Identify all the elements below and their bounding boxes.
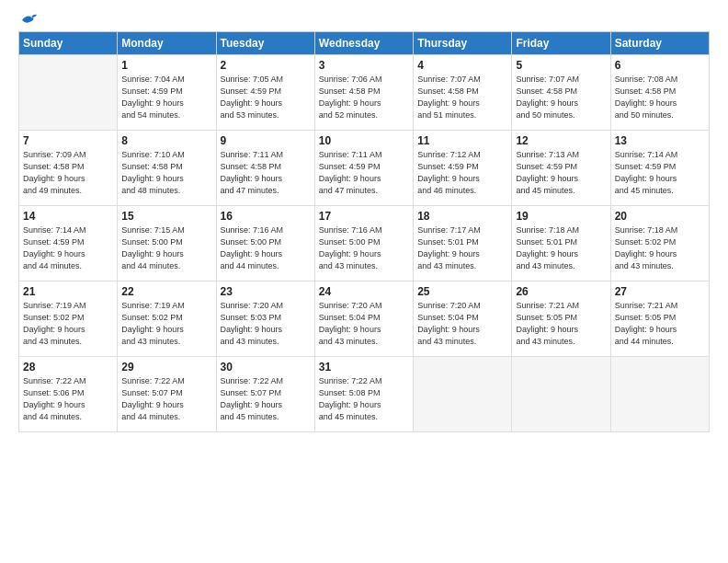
day-number: 1 <box>121 59 211 72</box>
day-number: 26 <box>516 285 606 298</box>
day-number: 25 <box>417 285 507 298</box>
day-info: Sunrise: 7:15 AM Sunset: 5:00 PM Dayligh… <box>121 224 211 272</box>
calendar-cell: 25Sunrise: 7:20 AM Sunset: 5:04 PM Dayli… <box>414 282 512 357</box>
day-info: Sunrise: 7:14 AM Sunset: 4:59 PM Dayligh… <box>23 224 113 272</box>
calendar-cell: 18Sunrise: 7:17 AM Sunset: 5:01 PM Dayli… <box>414 206 512 282</box>
day-number: 2 <box>221 59 311 72</box>
calendar-table: SundayMondayTuesdayWednesdayThursdayFrid… <box>18 31 710 432</box>
calendar-cell: 2Sunrise: 7:05 AM Sunset: 4:59 PM Daylig… <box>216 55 314 131</box>
day-number: 29 <box>121 361 211 373</box>
calendar-cell: 11Sunrise: 7:12 AM Sunset: 4:59 PM Dayli… <box>414 131 512 206</box>
day-info: Sunrise: 7:14 AM Sunset: 4:59 PM Dayligh… <box>615 149 705 197</box>
calendar-cell: 29Sunrise: 7:22 AM Sunset: 5:07 PM Dayli… <box>118 357 216 432</box>
day-number: 8 <box>121 134 211 147</box>
day-info: Sunrise: 7:04 AM Sunset: 4:59 PM Dayligh… <box>121 74 211 121</box>
calendar-cell: 19Sunrise: 7:18 AM Sunset: 5:01 PM Dayli… <box>512 206 610 282</box>
day-number: 22 <box>121 285 211 298</box>
day-info: Sunrise: 7:11 AM Sunset: 4:59 PM Dayligh… <box>319 149 409 197</box>
calendar-cell: 8Sunrise: 7:10 AM Sunset: 4:58 PM Daylig… <box>118 131 216 206</box>
day-info: Sunrise: 7:08 AM Sunset: 4:58 PM Dayligh… <box>615 74 705 121</box>
day-info: Sunrise: 7:21 AM Sunset: 5:05 PM Dayligh… <box>615 300 705 348</box>
day-info: Sunrise: 7:20 AM Sunset: 5:04 PM Dayligh… <box>417 300 507 348</box>
day-number: 31 <box>319 361 409 373</box>
day-info: Sunrise: 7:07 AM Sunset: 4:58 PM Dayligh… <box>516 74 606 121</box>
day-info: Sunrise: 7:17 AM Sunset: 5:01 PM Dayligh… <box>417 224 507 272</box>
day-number: 27 <box>615 285 705 298</box>
calendar-cell: 4Sunrise: 7:07 AM Sunset: 4:58 PM Daylig… <box>414 55 512 131</box>
col-header-monday: Monday <box>118 32 216 55</box>
calendar-cell: 15Sunrise: 7:15 AM Sunset: 5:00 PM Dayli… <box>118 206 216 282</box>
day-number: 9 <box>221 134 311 147</box>
day-number: 21 <box>23 285 113 298</box>
calendar-cell: 5Sunrise: 7:07 AM Sunset: 4:58 PM Daylig… <box>512 55 610 131</box>
day-number: 12 <box>516 134 606 147</box>
calendar-cell: 31Sunrise: 7:22 AM Sunset: 5:08 PM Dayli… <box>314 357 413 432</box>
day-info: Sunrise: 7:09 AM Sunset: 4:58 PM Dayligh… <box>23 149 113 197</box>
calendar-cell: 27Sunrise: 7:21 AM Sunset: 5:05 PM Dayli… <box>610 282 709 357</box>
day-info: Sunrise: 7:11 AM Sunset: 4:58 PM Dayligh… <box>221 149 311 197</box>
calendar-cell: 14Sunrise: 7:14 AM Sunset: 4:59 PM Dayli… <box>19 206 118 282</box>
calendar-cell: 22Sunrise: 7:19 AM Sunset: 5:02 PM Dayli… <box>118 282 216 357</box>
day-info: Sunrise: 7:16 AM Sunset: 5:00 PM Dayligh… <box>221 224 311 272</box>
day-info: Sunrise: 7:19 AM Sunset: 5:02 PM Dayligh… <box>23 300 113 348</box>
day-number: 19 <box>516 210 606 223</box>
header <box>18 17 710 26</box>
calendar-cell: 26Sunrise: 7:21 AM Sunset: 5:05 PM Dayli… <box>512 282 610 357</box>
day-number: 14 <box>23 210 113 223</box>
calendar-cell <box>19 55 118 131</box>
calendar-week-3: 14Sunrise: 7:14 AM Sunset: 4:59 PM Dayli… <box>19 206 710 282</box>
day-number: 11 <box>417 134 507 147</box>
calendar-cell: 3Sunrise: 7:06 AM Sunset: 4:58 PM Daylig… <box>314 55 413 131</box>
day-info: Sunrise: 7:18 AM Sunset: 5:02 PM Dayligh… <box>615 224 705 272</box>
day-number: 5 <box>516 59 606 72</box>
day-info: Sunrise: 7:18 AM Sunset: 5:01 PM Dayligh… <box>516 224 606 272</box>
day-number: 28 <box>23 361 113 373</box>
day-info: Sunrise: 7:19 AM Sunset: 5:02 PM Dayligh… <box>121 300 211 348</box>
calendar-cell: 24Sunrise: 7:20 AM Sunset: 5:04 PM Dayli… <box>314 282 413 357</box>
logo <box>18 17 37 26</box>
day-number: 15 <box>121 210 211 223</box>
calendar-week-5: 28Sunrise: 7:22 AM Sunset: 5:06 PM Dayli… <box>19 357 710 432</box>
calendar-cell: 28Sunrise: 7:22 AM Sunset: 5:06 PM Dayli… <box>19 357 118 432</box>
day-info: Sunrise: 7:22 AM Sunset: 5:07 PM Dayligh… <box>121 375 211 423</box>
calendar-cell: 7Sunrise: 7:09 AM Sunset: 4:58 PM Daylig… <box>19 131 118 206</box>
day-info: Sunrise: 7:22 AM Sunset: 5:06 PM Dayligh… <box>23 375 113 423</box>
calendar-cell: 23Sunrise: 7:20 AM Sunset: 5:03 PM Dayli… <box>216 282 314 357</box>
day-info: Sunrise: 7:13 AM Sunset: 4:59 PM Dayligh… <box>516 149 606 197</box>
day-info: Sunrise: 7:16 AM Sunset: 5:00 PM Dayligh… <box>319 224 409 272</box>
day-number: 7 <box>23 134 113 147</box>
day-info: Sunrise: 7:21 AM Sunset: 5:05 PM Dayligh… <box>516 300 606 348</box>
day-info: Sunrise: 7:20 AM Sunset: 5:04 PM Dayligh… <box>319 300 409 348</box>
page: SundayMondayTuesdayWednesdayThursdayFrid… <box>0 0 728 563</box>
col-header-thursday: Thursday <box>414 32 512 55</box>
calendar-cell: 1Sunrise: 7:04 AM Sunset: 4:59 PM Daylig… <box>118 55 216 131</box>
day-number: 4 <box>417 59 507 72</box>
calendar-cell: 20Sunrise: 7:18 AM Sunset: 5:02 PM Dayli… <box>610 206 709 282</box>
day-number: 23 <box>221 285 311 298</box>
calendar-cell: 12Sunrise: 7:13 AM Sunset: 4:59 PM Dayli… <box>512 131 610 206</box>
day-info: Sunrise: 7:22 AM Sunset: 5:07 PM Dayligh… <box>221 375 311 423</box>
day-info: Sunrise: 7:12 AM Sunset: 4:59 PM Dayligh… <box>417 149 507 197</box>
col-header-sunday: Sunday <box>19 32 118 55</box>
day-info: Sunrise: 7:05 AM Sunset: 4:59 PM Dayligh… <box>221 74 311 121</box>
calendar-cell: 17Sunrise: 7:16 AM Sunset: 5:00 PM Dayli… <box>314 206 413 282</box>
logo-bird-icon <box>20 13 37 28</box>
day-number: 24 <box>319 285 409 298</box>
col-header-friday: Friday <box>512 32 610 55</box>
day-info: Sunrise: 7:06 AM Sunset: 4:58 PM Dayligh… <box>319 74 409 121</box>
day-number: 17 <box>319 210 409 223</box>
calendar-week-1: 1Sunrise: 7:04 AM Sunset: 4:59 PM Daylig… <box>19 55 710 131</box>
calendar-cell: 6Sunrise: 7:08 AM Sunset: 4:58 PM Daylig… <box>610 55 709 131</box>
col-header-saturday: Saturday <box>610 32 709 55</box>
day-info: Sunrise: 7:22 AM Sunset: 5:08 PM Dayligh… <box>319 375 409 423</box>
calendar-cell: 16Sunrise: 7:16 AM Sunset: 5:00 PM Dayli… <box>216 206 314 282</box>
calendar-week-4: 21Sunrise: 7:19 AM Sunset: 5:02 PM Dayli… <box>19 282 710 357</box>
day-number: 10 <box>319 134 409 147</box>
calendar-cell <box>610 357 709 432</box>
day-number: 13 <box>615 134 705 147</box>
col-header-wednesday: Wednesday <box>314 32 413 55</box>
day-info: Sunrise: 7:20 AM Sunset: 5:03 PM Dayligh… <box>221 300 311 348</box>
calendar-week-2: 7Sunrise: 7:09 AM Sunset: 4:58 PM Daylig… <box>19 131 710 206</box>
day-info: Sunrise: 7:07 AM Sunset: 4:58 PM Dayligh… <box>417 74 507 121</box>
calendar-cell: 30Sunrise: 7:22 AM Sunset: 5:07 PM Dayli… <box>216 357 314 432</box>
